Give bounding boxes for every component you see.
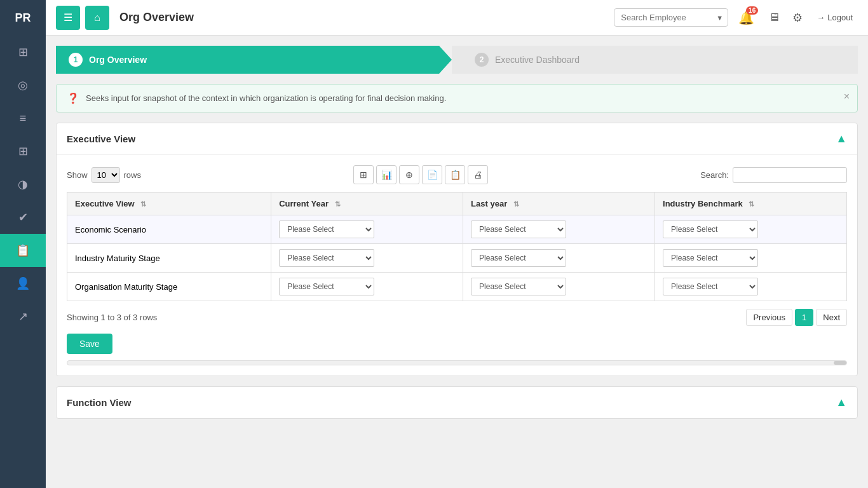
- table-row: Organisation Maturity StagePlease Select…: [67, 273, 847, 301]
- rows-per-page-select[interactable]: 10 25 50: [92, 167, 120, 183]
- copy-icon: ⊕: [405, 170, 413, 180]
- row-label-0: Economic Scenario: [67, 215, 271, 244]
- search-employee-input[interactable]: [614, 8, 728, 27]
- table-footer: Showing 1 to 3 of 3 rows Previous 1 Next: [67, 309, 847, 326]
- industry-benchmark-select-1[interactable]: Please Select: [663, 249, 758, 267]
- sort-current-year-icon: ⇅: [335, 200, 341, 208]
- menu-button[interactable]: ☰: [56, 6, 80, 30]
- current-year-cell-2: Please Select: [271, 273, 463, 301]
- executive-view-card: Executive View ▲ Show 10 25 50 rows: [56, 123, 858, 376]
- check-icon: ✔: [18, 210, 28, 224]
- print-button[interactable]: 🖨: [468, 165, 488, 184]
- executive-view-body: Show 10 25 50 rows ⊞ 📊: [57, 155, 857, 376]
- monitor-button[interactable]: 🖥: [764, 8, 783, 27]
- home-button[interactable]: ⌂: [85, 6, 109, 30]
- function-view-collapse-button[interactable]: ▲: [836, 396, 847, 409]
- sort-last-year-icon: ⇅: [513, 200, 519, 208]
- step-1[interactable]: 1 Org Overview: [56, 46, 452, 74]
- logout-label: Logout: [827, 13, 853, 22]
- executive-view-collapse-button[interactable]: ▲: [836, 132, 847, 146]
- last-year-select-2[interactable]: Please Select: [471, 278, 566, 295]
- rows-label: rows: [124, 170, 141, 180]
- current-year-select-2[interactable]: Please Select: [279, 278, 374, 295]
- sidebar-item-puzzle[interactable]: ⊞: [0, 135, 46, 168]
- navbar: ☰ ⌂ Org Overview ▼ 🔔 16 🖥 ⚙ → Logout: [46, 0, 868, 36]
- table-search-box: Search:: [700, 167, 847, 183]
- gear-icon: ⚙: [792, 11, 803, 24]
- last-year-select-0[interactable]: Please Select: [471, 220, 566, 238]
- table-controls: Show 10 25 50 rows ⊞ 📊: [67, 165, 847, 184]
- sidebar-item-palette[interactable]: ◑: [0, 168, 46, 201]
- last-year-cell-1: Please Select: [463, 244, 655, 273]
- industry-benchmark-cell-1: Please Select: [655, 244, 847, 273]
- function-view-header: Function View ▲: [57, 387, 857, 418]
- industry-benchmark-cell-2: Please Select: [655, 273, 847, 301]
- target-icon: ◎: [18, 78, 28, 92]
- table-search-input[interactable]: [733, 167, 847, 183]
- column-icon: ⊞: [360, 170, 367, 180]
- showing-text: Showing 1 to 3 of 3 rows: [67, 313, 157, 322]
- last-year-select-1[interactable]: Please Select: [471, 249, 566, 267]
- sidebar-item-document[interactable]: 📋: [0, 234, 46, 267]
- step-2[interactable]: 2 Executive Dashboard: [452, 46, 858, 74]
- horizontal-scrollbar[interactable]: [67, 360, 847, 365]
- current-year-select-1[interactable]: Please Select: [279, 249, 374, 267]
- puzzle-icon: ⊞: [18, 144, 28, 158]
- row-label-2: Organisation Maturity Stage: [67, 273, 271, 301]
- column-visibility-button[interactable]: ⊞: [353, 165, 374, 184]
- sidebar-item-export[interactable]: ↗: [0, 300, 46, 333]
- xls-button[interactable]: 📋: [445, 165, 465, 184]
- step-2-number: 2: [475, 53, 489, 67]
- sidebar: PR ⊞ ◎ ≡ ⊞ ◑ ✔ 📋 👤 ↗: [0, 0, 46, 488]
- current-year-select-0[interactable]: Please Select: [279, 220, 374, 238]
- table-action-buttons: ⊞ 📊 ⊕ 📄 📋: [353, 165, 488, 184]
- sidebar-item-target[interactable]: ◎: [0, 69, 46, 102]
- home-icon: ⌂: [94, 12, 100, 24]
- col-header-executive-view: Executive View ⇅: [67, 193, 271, 215]
- table-row: Industry Maturity StagePlease SelectPlea…: [67, 244, 847, 273]
- sidebar-item-list[interactable]: ≡: [0, 102, 46, 135]
- scroll-thumb: [834, 361, 846, 365]
- sidebar-item-add-user[interactable]: 👤: [0, 267, 46, 300]
- app-logo: PR: [0, 0, 46, 36]
- notification-badge: 16: [746, 6, 758, 15]
- notification-button[interactable]: 🔔 16: [733, 8, 759, 28]
- save-button[interactable]: Save: [67, 334, 112, 354]
- next-page-button[interactable]: Next: [816, 309, 847, 326]
- info-banner-close-button[interactable]: ×: [844, 91, 850, 102]
- industry-benchmark-select-0[interactable]: Please Select: [663, 220, 758, 238]
- export-excel-button[interactable]: 📊: [376, 165, 397, 184]
- current-year-cell-1: Please Select: [271, 244, 463, 273]
- step-1-label: Org Overview: [89, 55, 147, 65]
- col-header-industry-benchmark: Industry Benchmark ⇅: [655, 193, 847, 215]
- page-1-button[interactable]: 1: [795, 309, 813, 326]
- sort-benchmark-icon: ⇅: [749, 200, 754, 208]
- info-banner-text: Seeks input for snapshot of the context …: [86, 93, 446, 103]
- add-user-icon: 👤: [16, 276, 30, 290]
- search-label: Search:: [700, 170, 729, 180]
- row-label-1: Industry Maturity Stage: [67, 244, 271, 273]
- col-header-last-year: Last year ⇅: [463, 193, 655, 215]
- show-rows-control: Show 10 25 50 rows: [67, 167, 141, 183]
- question-icon: ❓: [67, 92, 79, 104]
- info-banner: ❓ Seeks input for snapshot of the contex…: [56, 84, 858, 112]
- table-row: Economic ScenarioPlease SelectPlease Sel…: [67, 215, 847, 244]
- pagination: Previous 1 Next: [746, 309, 847, 326]
- sidebar-item-check[interactable]: ✔: [0, 201, 46, 234]
- logout-button[interactable]: → Logout: [811, 10, 858, 25]
- step-1-number: 1: [69, 53, 83, 67]
- sidebar-item-dashboard[interactable]: ⊞: [0, 36, 46, 69]
- monitor-icon: 🖥: [768, 11, 780, 24]
- executive-view-title: Executive View: [67, 133, 135, 144]
- industry-benchmark-select-2[interactable]: Please Select: [663, 278, 758, 295]
- previous-page-button[interactable]: Previous: [746, 309, 792, 326]
- copy-button[interactable]: ⊕: [399, 165, 419, 184]
- settings-button[interactable]: ⚙: [789, 8, 806, 27]
- pdf-button[interactable]: 📄: [422, 165, 442, 184]
- dashboard-icon: ⊞: [18, 45, 28, 59]
- col-header-current-year: Current Year ⇅: [271, 193, 463, 215]
- menu-icon: ☰: [64, 11, 72, 24]
- executive-view-table: Executive View ⇅ Current Year ⇅ Last yea…: [67, 192, 847, 301]
- search-employee-container: ▼: [614, 8, 728, 27]
- last-year-cell-0: Please Select: [463, 215, 655, 244]
